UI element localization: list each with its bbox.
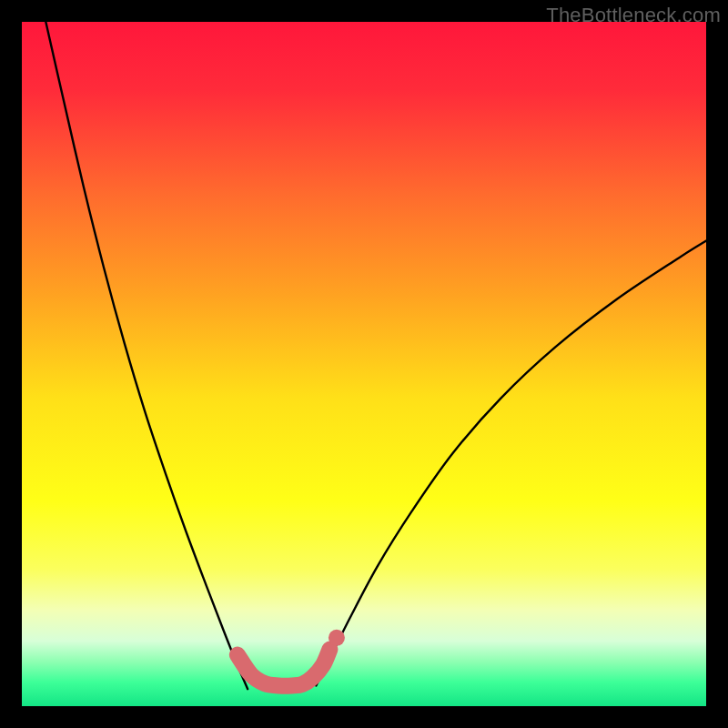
bottleneck-chart [22,22,706,706]
chart-background [22,22,706,706]
watermark-source: TheBottleneck.com [546,4,721,27]
chart-frame [22,22,706,706]
valley-marker-extra-dot [329,630,345,646]
